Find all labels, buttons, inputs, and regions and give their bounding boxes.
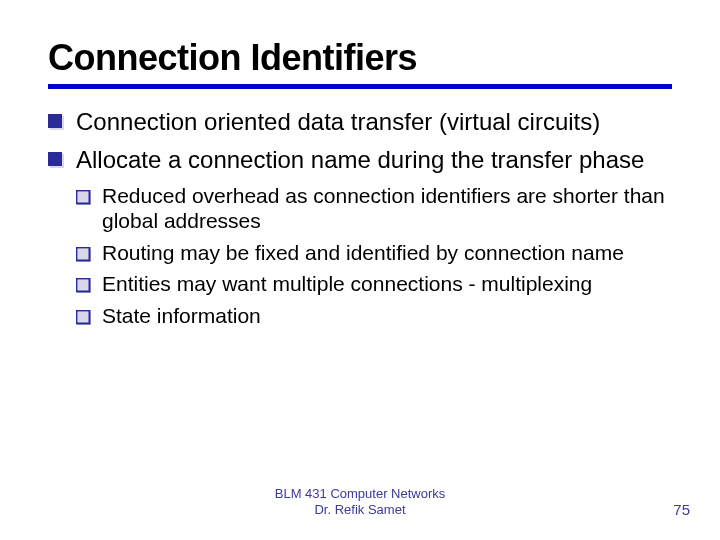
bullet-level1: Connection oriented data transfer (virtu…	[48, 107, 672, 137]
bullet-marker-icon	[48, 147, 66, 165]
bullet-text: Routing may be fixed and identified by c…	[102, 241, 624, 264]
bullet-level2: Entities may want multiple connections -…	[76, 271, 672, 297]
bullet-text: State information	[102, 304, 261, 327]
bullet-marker-icon	[48, 109, 66, 127]
sub-bullet-marker-icon	[76, 186, 92, 202]
svg-rect-1	[48, 114, 62, 128]
bullet-level2: State information	[76, 303, 672, 329]
slide: Connection Identifiers Connection orient…	[0, 0, 720, 329]
sub-bullet-marker-icon	[76, 243, 92, 259]
footer-course: BLM 431 Computer Networks	[0, 486, 720, 502]
sub-bullet-list: Reduced overhead as connection identifie…	[48, 183, 672, 329]
sub-bullet-marker-icon	[76, 274, 92, 290]
bullet-level2: Reduced overhead as connection identifie…	[76, 183, 672, 234]
bullet-level1: Allocate a connection name during the tr…	[48, 145, 672, 175]
bullet-text: Allocate a connection name during the tr…	[76, 146, 644, 173]
svg-rect-3	[48, 152, 62, 166]
footer-author: Dr. Refik Samet	[0, 502, 720, 518]
bullet-level2: Routing may be fixed and identified by c…	[76, 240, 672, 266]
bullet-text: Reduced overhead as connection identifie…	[102, 184, 665, 233]
bullet-list: Connection oriented data transfer (virtu…	[48, 107, 672, 175]
sub-bullet-marker-icon	[76, 306, 92, 322]
bullet-text: Connection oriented data transfer (virtu…	[76, 108, 600, 135]
slide-title: Connection Identifiers	[48, 38, 672, 89]
footer: BLM 431 Computer Networks Dr. Refik Same…	[0, 486, 720, 519]
bullet-text: Entities may want multiple connections -…	[102, 272, 592, 295]
page-number: 75	[673, 501, 690, 518]
